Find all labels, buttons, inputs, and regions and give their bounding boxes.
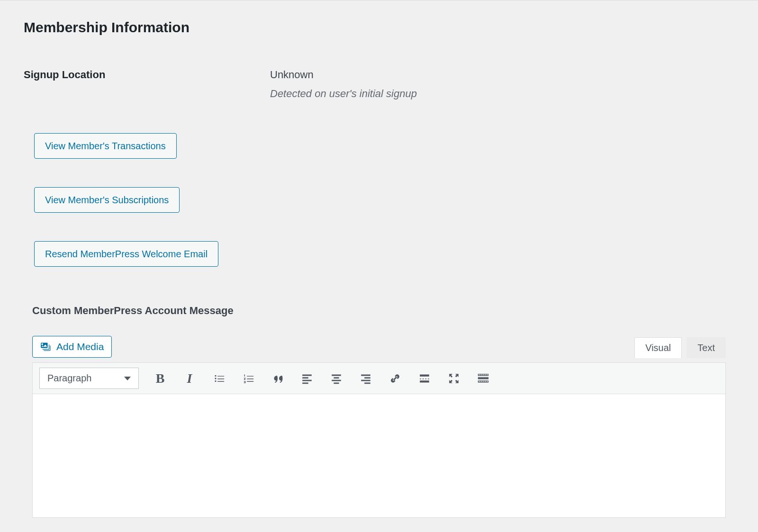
add-media-label: Add Media [56, 341, 104, 352]
section-title: Membership Information [24, 19, 734, 36]
read-more-button[interactable] [416, 370, 433, 387]
format-select[interactable]: Paragraph [39, 368, 139, 389]
bold-button[interactable]: B [152, 370, 168, 387]
blockquote-button[interactable] [270, 370, 286, 387]
editor-toolbar: Paragraph B I [33, 363, 725, 394]
resend-welcome-button[interactable]: Resend MemberPress Welcome Email [34, 241, 218, 267]
toolbar-toggle-button[interactable] [475, 370, 491, 387]
media-icon [40, 341, 52, 352]
editor-content[interactable] [33, 394, 725, 517]
align-center-button[interactable] [328, 370, 344, 387]
signup-location-row: Signup Location Unknown Detected on user… [24, 69, 734, 100]
signup-location-value: Unknown [270, 69, 417, 81]
editor-toolbar-wrap: Paragraph B I [32, 362, 726, 518]
format-select-label: Paragraph [47, 373, 91, 384]
italic-button[interactable]: I [181, 370, 198, 387]
signup-location-description: Detected on user's initial signup [270, 88, 417, 100]
account-message-heading: Custom MemberPress Account Message [32, 305, 734, 317]
editor-tabs: Visual Text [634, 337, 726, 358]
tab-text[interactable]: Text [686, 337, 726, 358]
numbered-list-button[interactable] [240, 370, 256, 387]
align-right-button[interactable] [358, 370, 374, 387]
signup-location-value-wrap: Unknown Detected on user's initial signu… [270, 69, 417, 100]
bullet-list-button[interactable] [211, 370, 227, 387]
fullscreen-button[interactable] [446, 370, 462, 387]
view-transactions-button[interactable]: View Member's Transactions [34, 133, 177, 159]
signup-location-label: Signup Location [24, 69, 270, 81]
link-button[interactable] [387, 370, 403, 387]
tab-visual[interactable]: Visual [634, 337, 682, 358]
add-media-button[interactable]: Add Media [32, 336, 112, 358]
align-left-button[interactable] [299, 370, 315, 387]
view-subscriptions-button[interactable]: View Member's Subscriptions [34, 187, 180, 213]
